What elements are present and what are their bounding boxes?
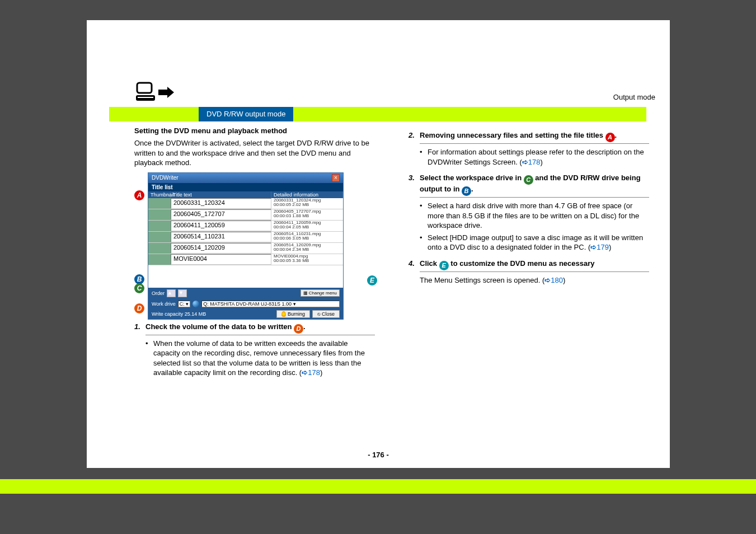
marker-c: C [134,283,144,293]
link-arrow-icon: ➪ [590,243,597,251]
marker-b: B [134,274,144,284]
footer-bar [0,479,756,494]
marker-b-inline: B [462,186,471,196]
step2-text: Removing unnecessary files and setting t… [420,131,605,139]
section-header-bar: DVD R/RW output mode [109,107,646,121]
step4-paragraph: The Menu Settings screen is opened. ( [420,276,544,284]
table-row[interactable]: 20060405_17270720060405_172707.mpg00:00:… [148,209,343,221]
window-title: DVDWriter [152,175,179,181]
section-tab: DVD R/RW output mode [199,107,293,121]
link-arrow-icon: ➪ [302,368,308,377]
table-row[interactable]: 20060514_12020920060514_120209.mpg00:00:… [148,243,343,254]
page-link-178b[interactable]: 178 [528,158,541,166]
close-icon[interactable]: × [332,174,340,182]
order-down-button[interactable]: ▼ [178,289,187,297]
globe-icon [192,301,199,307]
col-detail: Detailed information [271,191,343,198]
svg-rect-2 [138,97,153,98]
col-thumbnail: Thumbnail [148,191,171,198]
output-mode-label: Output mode [613,93,655,101]
marker-a: A [134,190,144,200]
table-row[interactable]: 20060411_12005920060411_120059.mpg00:00:… [148,221,343,232]
step3-text-a: Select the workspace drive in [420,174,524,182]
link-arrow-icon: ➪ [522,158,528,166]
dvdwriter-window: DVDWriter × Title list Thumbnail Title t… [148,172,344,320]
step3-number: 3. [408,174,420,255]
col-titletext: Title text [171,191,271,198]
step4-text-a: Click [420,259,439,268]
order-label: Order [152,291,165,296]
burning-button[interactable]: Burning [276,310,310,318]
step3-bullet1: Select a hard disk drive with more than … [428,201,649,231]
marker-a-inline: A [605,133,615,142]
step1-text: Check the volume of the data to be writt… [145,322,294,331]
left-heading: Setting the DVD menu and playback method [134,127,375,135]
step2-number: 2. [408,131,420,169]
page-link-179[interactable]: 179 [597,243,609,251]
marker-e: E [367,275,377,285]
change-menu-button[interactable]: ▦ Change menu [300,289,340,297]
left-intro: Once the DVDWriter is activated, select … [134,138,375,168]
flame-icon [281,311,286,317]
marker-e-inline: E [439,261,449,270]
marker-d: D [134,303,144,313]
link-arrow-icon: ➪ [544,276,551,284]
pc-output-icon [136,82,175,103]
marker-c-inline: C [524,175,533,185]
capacity-label: Write capacity 25.14 MB [152,311,206,317]
marker-d-inline: D [294,324,303,334]
page-link-180[interactable]: 180 [551,276,563,284]
page-link-178[interactable]: 178 [308,368,320,377]
work-drive-label: Work drive [152,301,176,307]
close-button[interactable]: ⎋ Close [312,310,340,318]
table-row[interactable]: 20060331_12032420060331_120324.mpg00:00:… [148,198,343,209]
svg-rect-0 [137,83,152,93]
dvd-drive-select[interactable]: Q: MATSHITA DVD-RAM UJ-831S 1.00 ▾ [201,301,340,307]
dvdwriter-screenshot: A B C D E DVDWriter × Title list Thumbna… [134,172,375,316]
page-number: - 176 - [87,451,670,459]
step1-number: 1. [134,322,145,380]
step1-bullet: When the volume of data to be written ex… [153,339,365,377]
table-row[interactable]: MOVIE0004MOVIE0004.mpg00:00:05 3.36 MB [148,254,343,265]
step4-text-b: to customize the DVD menu as necessary [449,259,595,268]
table-row[interactable]: 20060514_11023120060514_110231.mpg00:00:… [148,232,343,243]
step4-number: 4. [408,259,420,290]
title-list-header: Title list [148,183,343,191]
work-drive-select[interactable]: C: ▾ [178,301,191,307]
order-up-button[interactable]: ▲ [167,289,176,297]
